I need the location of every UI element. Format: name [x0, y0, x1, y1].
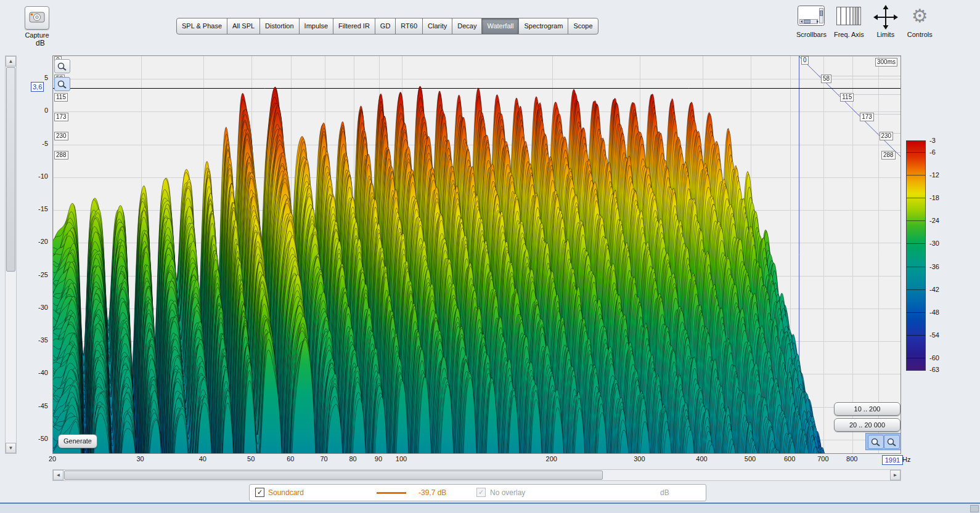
freq-tick-label: 600 — [777, 455, 802, 463]
view-button-scrollbars[interactable]: Scrollbars — [796, 5, 827, 38]
db-tick-label: -25 — [27, 271, 48, 278]
colorbar-tick — [907, 243, 925, 244]
generate-button[interactable]: Generate — [58, 434, 97, 448]
rew-window: Capture SPL & PhaseAll SPLDistortionImpu… — [0, 0, 980, 513]
colorbar-tick-label: -6 — [929, 148, 936, 156]
colorbar-tick — [907, 198, 925, 198]
time-tick-label: 230 — [54, 132, 68, 140]
tab-filtered-ir[interactable]: Filtered IR — [333, 18, 375, 34]
capture-label: Capture — [18, 31, 55, 39]
scroll-down-button[interactable]: ▼ — [6, 443, 16, 453]
db-tick-label: 0 — [27, 107, 48, 114]
zoom-y-button[interactable] — [54, 59, 70, 73]
db-axis-title: dB — [36, 39, 45, 47]
measurement-name: Soundcard — [268, 488, 304, 497]
measurement-status-bar: ✓ Soundcard -39,7 dB ✓ No overlay dB — [249, 484, 706, 501]
freq-axis-unit: Hz — [902, 456, 910, 463]
horizontal-scroll-thumb[interactable] — [64, 471, 603, 480]
time-tick-label: 230 — [880, 132, 894, 140]
tab-waterfall[interactable]: Waterfall — [481, 18, 519, 34]
waterfall-canvas[interactable] — [53, 56, 900, 453]
tab-rt60[interactable]: RT60 — [395, 18, 423, 34]
colorbar-tick — [907, 312, 925, 313]
freq-tick-label: 90 — [366, 455, 391, 463]
db-tick-label: -5 — [27, 140, 48, 147]
view-button-limits[interactable]: Limits — [872, 5, 900, 38]
range-10-200-button[interactable]: 10 .. 200 — [834, 402, 900, 416]
trace-color-sample — [377, 492, 406, 494]
freq-tick-label: 30 — [128, 455, 153, 463]
tab-gd[interactable]: GD — [375, 18, 396, 34]
tab-spl-phase[interactable]: SPL & Phase — [176, 18, 227, 34]
colorbar-tick-label: -36 — [929, 263, 939, 270]
magnifier-icon — [57, 79, 68, 89]
freq-tick-label: 50 — [239, 455, 263, 463]
tab-decay[interactable]: Decay — [452, 18, 482, 34]
freq-tick-label: 700 — [811, 455, 835, 463]
tab-clarity[interactable]: Clarity — [422, 18, 452, 34]
magnifier-icon — [870, 437, 881, 447]
range-20-20000-button[interactable]: 20 .. 20 000 — [834, 418, 900, 432]
cursor-level-readout: -39,7 dB — [419, 488, 446, 497]
zoom-x-out-button[interactable] — [868, 435, 884, 449]
view-button-freq-axis[interactable]: Freq. Axis — [834, 5, 864, 38]
colorbar-tick — [907, 152, 925, 153]
colorbar-tick — [907, 335, 925, 336]
time-tick-label: 115 — [840, 93, 854, 102]
db-cursor-readout[interactable]: 3,6 — [31, 82, 44, 92]
tab-distortion[interactable]: Distortion — [259, 18, 299, 34]
camera-icon — [28, 10, 46, 26]
view-button-group: ScrollbarsFreq. AxisLimits⚙Controls — [796, 5, 933, 38]
db-tick-label: -20 — [27, 238, 48, 245]
view-button-label: Freq. Axis — [834, 31, 864, 38]
magnifier-icon — [886, 437, 897, 447]
zoom-y-fit-button[interactable] — [54, 77, 70, 91]
scroll-right-button[interactable]: ► — [890, 470, 900, 480]
freq-axis-icon — [834, 5, 864, 30]
db-tick-label: -30 — [27, 304, 48, 311]
freq-cursor-readout[interactable]: 1991 — [882, 455, 903, 465]
capture-button[interactable] — [25, 6, 49, 30]
scroll-left-button[interactable]: ◄ — [53, 470, 63, 480]
vertical-scrollbar[interactable]: ▲ ▼ — [5, 55, 17, 454]
colorbar-tick-label: -3 — [929, 137, 936, 144]
vertical-scroll-thumb[interactable] — [6, 67, 15, 272]
colorbar-tick-label: -18 — [929, 194, 939, 201]
tab-all-spl[interactable]: All SPL — [227, 18, 260, 34]
time-tick-label: 288 — [881, 151, 896, 160]
zoom-x-panel — [865, 433, 901, 450]
view-button-label: Scrollbars — [796, 31, 827, 38]
scroll-up-button[interactable]: ▲ — [6, 56, 16, 67]
db-tick-label: -35 — [27, 336, 48, 344]
limits-icon — [872, 5, 900, 30]
resize-grip[interactable] — [970, 505, 979, 512]
time-axis-max-label: 300ms — [875, 58, 897, 67]
soundcard-checkbox[interactable]: ✓ — [255, 488, 264, 497]
colorbar-tick-label: -30 — [929, 240, 939, 247]
tab-spectrogram[interactable]: Spectrogram — [518, 18, 568, 34]
graph-tab-bar: SPL & PhaseAll SPLDistortionImpulseFilte… — [176, 18, 598, 34]
decay-colorbar: -3-6-12-18-24-30-36-42-48-54-60-63 — [905, 135, 973, 385]
zoom-x-in-button[interactable] — [884, 435, 900, 449]
colorbar-tick — [907, 289, 925, 290]
no-overlay-checkbox[interactable]: ✓ — [476, 488, 486, 497]
freq-tick-label: 200 — [539, 455, 564, 463]
freq-tick-label: 500 — [738, 455, 762, 463]
window-bottom-strip — [0, 503, 980, 513]
colorbar-tick-label: -12 — [929, 171, 939, 179]
colorbar-tick — [907, 220, 925, 221]
view-button-controls[interactable]: ⚙Controls — [907, 5, 933, 38]
horizontal-scrollbar[interactable]: ◄ ► — [52, 469, 901, 481]
view-button-label: Limits — [872, 31, 900, 38]
tab-scope[interactable]: Scope — [568, 18, 598, 34]
tab-impulse[interactable]: Impulse — [299, 18, 334, 34]
scrollbars-icon — [796, 5, 827, 30]
waterfall-plot-area: 058115173230288 058115173230288 300ms Ge… — [52, 55, 901, 454]
colorbar-tick — [907, 267, 925, 267]
colorbar-tick-label: -54 — [929, 331, 939, 339]
overlay-unit: dB — [660, 488, 669, 497]
colorbar-tick-label: -60 — [929, 354, 939, 362]
db-tick-label: -50 — [27, 435, 48, 442]
time-tick-label: 58 — [821, 75, 831, 83]
freq-tick-label: 70 — [312, 455, 337, 463]
